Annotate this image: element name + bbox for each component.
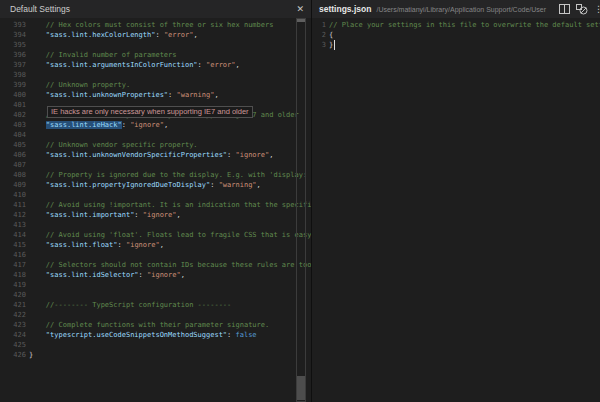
line-number: 409 xyxy=(0,180,26,190)
line-number: 399 xyxy=(0,80,26,90)
line-number: 396 xyxy=(0,50,26,60)
line-number: 410 xyxy=(0,190,26,200)
line-number: 407 xyxy=(0,160,26,170)
code-line[interactable]: 1// Place your settings in this file to … xyxy=(312,20,600,30)
scrollbar-thumb[interactable] xyxy=(297,376,305,400)
line-number: 393 xyxy=(0,20,26,30)
line-content: { xyxy=(326,30,333,40)
line-number: 424 xyxy=(0,330,26,340)
line-content xyxy=(26,70,29,80)
code-line[interactable]: 403 "sass.lint.ieHack": "ignore", xyxy=(0,120,311,130)
line-content xyxy=(26,190,29,200)
code-line[interactable]: 395 xyxy=(0,40,311,50)
line-content: // Unknown vendor specific property. xyxy=(26,140,198,150)
line-number: 3 xyxy=(312,40,326,50)
code-line[interactable]: 405 // Unknown vendor specific property. xyxy=(0,140,311,150)
line-content xyxy=(26,100,29,110)
left-code-area[interactable]: 393 // Hex colors must consist of three … xyxy=(0,18,311,402)
line-content xyxy=(26,340,29,350)
code-line[interactable]: 400 "sass.lint.unknownProperties": "warn… xyxy=(0,90,311,100)
open-preview-icon[interactable] xyxy=(576,4,588,15)
line-number: 395 xyxy=(0,40,26,50)
line-content: } xyxy=(26,350,33,360)
code-line[interactable]: 408 // Property is ignored due to the di… xyxy=(0,170,311,180)
code-line[interactable]: 422 xyxy=(0,310,311,320)
right-editor-title: settings.json xyxy=(312,4,371,14)
code-line[interactable]: 417 // Selectors should not contain IDs … xyxy=(0,260,311,270)
code-line[interactable]: 415 "sass.lint.float": "ignore", xyxy=(0,240,311,250)
line-number: 397 xyxy=(0,60,26,70)
line-content xyxy=(26,130,29,140)
editor-actions: ⋮ xyxy=(559,0,600,18)
line-content: "sass.lint.float": "ignore", xyxy=(26,240,164,250)
line-number: 402 xyxy=(0,110,26,120)
code-line[interactable]: 423 // Complete functions with their par… xyxy=(0,320,311,330)
line-number: 422 xyxy=(0,310,26,320)
hover-tooltip: IE hacks are only necessary when support… xyxy=(47,106,253,118)
line-number: 394 xyxy=(0,30,26,40)
code-line[interactable]: 396 // Invalid number of parameters xyxy=(0,50,311,60)
code-line[interactable]: 414 // Avoid using 'float'. Floats lead … xyxy=(0,230,311,240)
code-line[interactable]: 2{ xyxy=(312,30,600,40)
split-editor-icon[interactable] xyxy=(559,4,570,14)
line-content: // Complete functions with their paramet… xyxy=(26,320,269,330)
code-line[interactable]: 394 "sass.lint.hexColorLength": "error", xyxy=(0,30,311,40)
code-line[interactable]: 426} xyxy=(0,350,311,360)
code-line[interactable]: 411 // Avoid using !important. It is an … xyxy=(0,200,311,210)
line-content: // Selectors should not contain IDs beca… xyxy=(26,260,311,270)
code-line[interactable]: 410 xyxy=(0,190,311,200)
code-line[interactable]: 425 xyxy=(0,340,311,350)
line-content xyxy=(26,280,29,290)
close-icon[interactable]: ✕ xyxy=(296,0,304,18)
code-line[interactable]: 398 xyxy=(0,70,311,80)
code-line[interactable]: 420 xyxy=(0,290,311,300)
code-line[interactable]: 412 "sass.lint.important": "ignore", xyxy=(0,210,311,220)
code-line[interactable]: 3} xyxy=(312,40,600,50)
code-line[interactable]: 409 "sass.lint.propertyIgnoredDueToDispl… xyxy=(0,180,311,190)
line-content: "sass.lint.ieHack": "ignore", xyxy=(26,120,168,130)
line-number: 406 xyxy=(0,150,26,160)
line-content: "sass.lint.unknownVendorSpecificProperti… xyxy=(26,150,273,160)
right-editor-titlebar: settings.json /Users/matianyi/Library/Ap… xyxy=(312,0,600,18)
text-cursor xyxy=(334,40,335,50)
line-number: 401 xyxy=(0,100,26,110)
line-number: 405 xyxy=(0,140,26,150)
right-code-area[interactable]: 1// Place your settings in this file to … xyxy=(312,18,600,402)
left-vertical-scrollbar[interactable] xyxy=(296,18,306,402)
code-line[interactable]: 416 xyxy=(0,250,311,260)
code-line[interactable]: 407 xyxy=(0,160,311,170)
line-number: 413 xyxy=(0,220,26,230)
line-content: // Avoid using !important. It is an indi… xyxy=(26,200,311,210)
line-number: 408 xyxy=(0,170,26,180)
line-content xyxy=(26,250,29,260)
code-line[interactable]: 418 "sass.lint.idSelector": "ignore", xyxy=(0,270,311,280)
line-number: 1 xyxy=(312,20,326,30)
code-line[interactable]: 399 // Unknown property. xyxy=(0,80,311,90)
code-line[interactable]: 393 // Hex colors must consist of three … xyxy=(0,20,311,30)
line-number: 416 xyxy=(0,250,26,260)
code-line[interactable]: 424 "typescript.useCodeSnippetsOnMethodS… xyxy=(0,330,311,340)
line-content: "sass.lint.hexColorLength": "error", xyxy=(26,30,198,40)
line-number: 419 xyxy=(0,280,26,290)
line-content: "sass.lint.propertyIgnoredDueToDisplay":… xyxy=(26,180,261,190)
code-line[interactable]: 413 xyxy=(0,220,311,230)
code-line[interactable]: 419 xyxy=(0,280,311,290)
line-number: 426 xyxy=(0,350,26,360)
line-number: 414 xyxy=(0,230,26,240)
line-content: //-------- TypeScript configuration ----… xyxy=(26,300,231,310)
left-editor-title: Default Settings xyxy=(0,4,70,14)
line-number: 411 xyxy=(0,200,26,210)
line-content: // Property is ignored due to the displa… xyxy=(26,170,311,180)
more-actions-icon[interactable]: ⋮ xyxy=(594,0,600,18)
line-number: 420 xyxy=(0,290,26,300)
code-line[interactable]: 397 "sass.lint.argumentsInColorFunction"… xyxy=(0,60,311,70)
scrollbar-top-shadow xyxy=(297,19,305,22)
line-content: // Unknown property. xyxy=(26,80,130,90)
code-line[interactable]: 406 "sass.lint.unknownVendorSpecificProp… xyxy=(0,150,311,160)
line-number: 418 xyxy=(0,270,26,280)
code-line[interactable]: 404 xyxy=(0,130,311,140)
code-line[interactable]: 421 //-------- TypeScript configuration … xyxy=(0,300,311,310)
line-content xyxy=(26,290,29,300)
line-content: // Place your settings in this file to o… xyxy=(326,20,600,30)
line-content: "sass.lint.important": "ignore", xyxy=(26,210,181,220)
